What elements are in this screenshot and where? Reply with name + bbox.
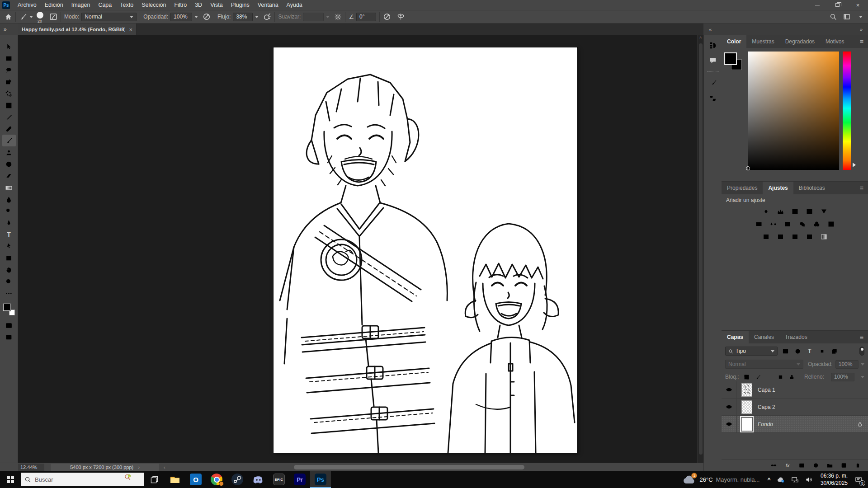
new-layer-icon[interactable]	[840, 462, 848, 469]
tab-trazados[interactable]: Trazados	[779, 331, 813, 343]
taskbar-search[interactable]	[21, 473, 144, 486]
discord-button[interactable]	[248, 471, 269, 488]
onedrive-icon[interactable]	[774, 471, 788, 488]
minimize-button[interactable]	[807, 0, 827, 10]
vertical-scrollbar[interactable]: ^	[697, 35, 703, 463]
gradient-map-icon[interactable]	[804, 232, 814, 241]
delete-layer-icon[interactable]	[854, 462, 862, 469]
color-field-cursor[interactable]	[746, 166, 750, 170]
panel-menu-icon[interactable]: ≡	[855, 331, 868, 343]
tab-motivos[interactable]: Motivos	[820, 35, 849, 48]
chevron-down-icon[interactable]	[859, 16, 863, 18]
layer-name[interactable]: Capa 2	[758, 404, 868, 410]
document-info[interactable]: 5400 px x 7200 px (300 ppp) ›	[51, 464, 159, 471]
tab-muestras[interactable]: Muestras	[746, 35, 779, 48]
layer-row-fondo[interactable]: Fondo	[722, 416, 868, 433]
tool-blur[interactable]	[2, 193, 16, 205]
layer-name[interactable]: Fondo	[758, 421, 857, 427]
volume-icon[interactable]	[802, 471, 816, 488]
tray-chevron-icon[interactable]: ^	[764, 471, 774, 488]
menu-imagen[interactable]: Imagen	[67, 0, 94, 10]
tool-brush[interactable]	[2, 135, 16, 146]
home-button[interactable]	[5, 13, 12, 21]
tool-pen[interactable]	[2, 217, 16, 229]
tool-lasso[interactable]	[2, 64, 16, 76]
layer-thumbnail[interactable]	[741, 400, 752, 414]
status-chevron-icon[interactable]: ›	[138, 465, 140, 470]
layer-filter-toggle[interactable]	[859, 347, 864, 356]
tool-path-selection[interactable]	[2, 240, 16, 252]
quick-mask-button[interactable]	[2, 319, 16, 331]
smoothing-options-button[interactable]	[334, 13, 342, 21]
new-group-icon[interactable]	[826, 462, 834, 469]
search-input[interactable]	[35, 476, 121, 483]
tab-ajustes[interactable]: Ajustes	[763, 182, 793, 194]
layer-lock-icon[interactable]	[857, 421, 863, 427]
toggle-brush-panel-button[interactable]	[49, 13, 57, 21]
tool-eyedropper[interactable]	[2, 111, 16, 123]
fill-input[interactable]: 100%	[831, 373, 854, 381]
layer-blend-mode-select[interactable]: Normal	[725, 360, 803, 369]
layer-filter-select[interactable]: Tipo	[725, 347, 778, 356]
foreground-color-swatch[interactable]	[725, 53, 736, 64]
selective-color-icon[interactable]	[819, 232, 829, 241]
invert-icon[interactable]	[761, 232, 771, 241]
tool-presets-panel-icon[interactable]	[707, 93, 719, 103]
tab-close-icon[interactable]: ×	[129, 26, 132, 33]
color-balance-icon[interactable]	[768, 220, 778, 229]
menu-capa[interactable]: Capa	[94, 0, 116, 10]
scroll-left-icon[interactable]: ‹	[164, 465, 165, 470]
saturation-brightness-field[interactable]	[748, 52, 839, 170]
vibrance-icon[interactable]	[819, 207, 829, 216]
lock-pixels-icon[interactable]	[755, 373, 762, 380]
add-layer-mask-icon[interactable]	[797, 462, 806, 469]
posterize-icon[interactable]	[775, 232, 785, 241]
edit-toolbar-button[interactable]	[2, 287, 16, 299]
lock-transparency-icon[interactable]	[743, 373, 750, 380]
comments-panel-icon[interactable]	[707, 55, 719, 66]
lock-all-icon[interactable]	[788, 373, 796, 380]
brush-tool-preset[interactable]	[19, 13, 33, 21]
flow-input[interactable]: 38%	[233, 13, 253, 21]
filter-shape-layers-icon[interactable]	[817, 347, 826, 356]
airbrush-button[interactable]	[263, 13, 271, 21]
lock-artboard-icon[interactable]	[777, 373, 784, 380]
search-icon[interactable]	[830, 13, 837, 20]
layer-name[interactable]: Capa 1	[758, 387, 868, 393]
menu-ventana[interactable]: Ventana	[254, 0, 283, 10]
curves-icon[interactable]	[790, 207, 800, 216]
tab-overflow-button[interactable]: »	[0, 23, 18, 35]
black-white-icon[interactable]	[783, 220, 793, 229]
tool-object-selection[interactable]	[2, 76, 16, 88]
menu-archivo[interactable]: Archivo	[14, 0, 41, 10]
levels-icon[interactable]	[775, 207, 785, 216]
outlook-button[interactable]: O	[185, 471, 206, 488]
restore-button[interactable]	[827, 0, 848, 10]
brightness-contrast-icon[interactable]	[761, 207, 771, 216]
brush-size-preview[interactable]: 20	[33, 10, 47, 23]
layer-opacity-input[interactable]: 100%	[835, 360, 859, 369]
tool-rectangular-marquee[interactable]	[2, 52, 16, 64]
action-center-button[interactable]: 5	[852, 471, 868, 488]
tool-rectangle-shape[interactable]	[2, 252, 16, 264]
filter-adjustment-layers-icon[interactable]	[793, 347, 802, 356]
tool-frame[interactable]	[2, 99, 16, 111]
screen-mode-button[interactable]	[2, 331, 16, 343]
blend-mode-select[interactable]: Normal	[81, 13, 137, 21]
tool-move[interactable]	[2, 41, 16, 52]
brush-settings-panel-icon[interactable]	[707, 77, 719, 88]
tab-color[interactable]: Color	[722, 35, 746, 48]
history-panel-icon[interactable]	[707, 40, 719, 51]
start-button[interactable]	[0, 471, 21, 488]
photoshop-button[interactable]: Ps	[310, 471, 331, 488]
channel-mixer-icon[interactable]	[811, 220, 821, 229]
vertical-scroll-thumb[interactable]	[699, 43, 703, 455]
tool-eraser[interactable]	[2, 170, 16, 182]
tool-clone-stamp[interactable]	[2, 146, 16, 158]
foreground-color-swatch[interactable]	[3, 304, 10, 311]
document-canvas[interactable]	[274, 47, 577, 453]
menu-filtro[interactable]: Filtro	[170, 0, 191, 10]
epic-games-button[interactable]: EPIC	[269, 471, 289, 488]
tool-hand[interactable]	[2, 264, 16, 276]
tool-zoom[interactable]	[2, 276, 16, 287]
